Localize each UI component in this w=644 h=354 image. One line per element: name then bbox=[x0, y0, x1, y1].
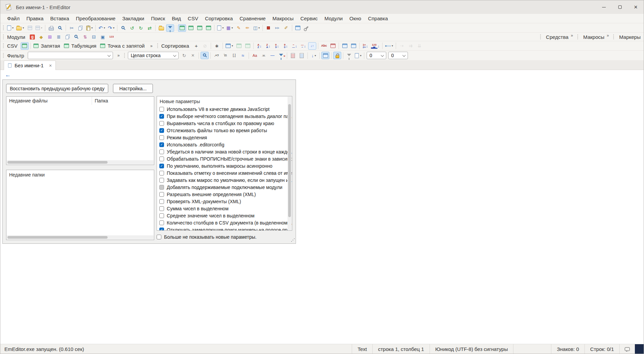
option-label[interactable]: По умолчанию, выполнять макросы асинхрон… bbox=[167, 163, 272, 169]
save-all-icon[interactable]: ▾ bbox=[34, 24, 43, 32]
feedback-segment[interactable] bbox=[619, 344, 635, 354]
paste-column-icon[interactable]: ⇊ bbox=[415, 42, 423, 50]
markers-toolbar-button[interactable]: Маркеры bbox=[616, 33, 644, 41]
workspace-icon[interactable]: ▾ bbox=[216, 24, 225, 32]
close-icon[interactable]: × bbox=[628, 0, 644, 14]
column-headers-dropdown-icon[interactable]: ▾ bbox=[392, 44, 393, 47]
menu-view[interactable]: Вид bbox=[168, 15, 184, 22]
option-checkbox[interactable] bbox=[159, 178, 164, 183]
option-checkbox[interactable]: ✓ bbox=[159, 164, 164, 168]
number-combo-1-chevron-icon[interactable] bbox=[381, 53, 384, 57]
option-label[interactable]: Отслеживать файлы только во время работы bbox=[167, 128, 267, 133]
toolbar-gripper[interactable] bbox=[577, 34, 578, 40]
menu-bookmarks[interactable]: Закладки bbox=[119, 15, 147, 22]
option-checkbox[interactable] bbox=[159, 149, 164, 154]
select-column-dropdown-icon[interactable]: ▾ bbox=[232, 44, 233, 47]
module-calc-icon[interactable]: 123 bbox=[108, 33, 116, 41]
marker-2-icon[interactable]: ✏ bbox=[244, 24, 252, 32]
restore-workspace-button[interactable]: Восстановить предыдущую рабочую среду bbox=[6, 84, 108, 93]
tab-close-icon[interactable]: × bbox=[49, 63, 52, 68]
properties-icon[interactable] bbox=[294, 24, 302, 32]
recent-folders-list[interactable]: Недавние папки bbox=[6, 170, 154, 240]
match-mode-combo[interactable]: Целая строка bbox=[128, 52, 179, 59]
numbering-icon[interactable]: 1=2=↓ bbox=[361, 42, 369, 50]
toolbar-gripper[interactable] bbox=[3, 34, 4, 40]
paste-icon[interactable]: ▾ bbox=[85, 24, 94, 32]
sort-az-icon[interactable]: AZ↓ bbox=[255, 42, 263, 50]
option-label[interactable]: Задавать как макрос по умолчанию, если о… bbox=[167, 178, 292, 183]
filter-table-icon[interactable] bbox=[321, 52, 329, 59]
minimize-icon[interactable] bbox=[596, 0, 612, 14]
select-column-icon[interactable]: ▾ bbox=[225, 42, 234, 50]
option-label[interactable]: При выборе нечёткого совпадения вызывать… bbox=[167, 114, 292, 119]
negative-filter-icon[interactable]: — bbox=[268, 52, 276, 59]
sort-add-icon[interactable]: + bbox=[192, 42, 200, 50]
csv-tab-button[interactable]: Табуляция bbox=[63, 42, 98, 50]
toolbar-gripper[interactable] bbox=[124, 53, 125, 58]
module-grid-icon[interactable]: ⊞ bbox=[46, 33, 54, 41]
status-doc-type[interactable]: Text bbox=[352, 344, 372, 354]
filter-icon[interactable] bbox=[166, 24, 174, 32]
refresh-filter-icon[interactable]: ↻ bbox=[180, 52, 188, 59]
redo-dropdown-icon[interactable]: ▾ bbox=[113, 26, 114, 29]
option-checkbox[interactable] bbox=[159, 135, 164, 140]
menu-compare[interactable]: Сравнение bbox=[236, 15, 269, 22]
filter-overflow-icon[interactable]: » bbox=[114, 52, 122, 59]
vertical-scrollbar[interactable] bbox=[288, 97, 292, 230]
settings-button[interactable]: Настройка... bbox=[113, 84, 153, 93]
extract-options-icon[interactable]: ▾ bbox=[354, 52, 362, 59]
toolbar-gripper[interactable] bbox=[613, 34, 614, 40]
scrollbar-thumb[interactable] bbox=[7, 236, 108, 239]
tsv-mode-icon[interactable] bbox=[196, 24, 204, 32]
toolbar-gripper[interactable] bbox=[540, 34, 541, 40]
option-checkbox[interactable] bbox=[159, 206, 164, 211]
open-file-icon[interactable]: ▾ bbox=[15, 24, 25, 32]
redo-icon[interactable]: ↷▾ bbox=[107, 24, 116, 32]
scrollbar-thumb[interactable] bbox=[288, 104, 291, 217]
option-checkbox[interactable] bbox=[159, 213, 164, 218]
remove-filter-icon[interactable]: × bbox=[277, 52, 285, 59]
open-file-dropdown-icon[interactable]: ▾ bbox=[23, 26, 24, 29]
print-preview-icon[interactable] bbox=[56, 24, 64, 32]
maximize-icon[interactable] bbox=[612, 0, 628, 14]
fuzzy-match-icon[interactable]: ≈ bbox=[239, 52, 247, 59]
module-lines-icon[interactable]: ≣ bbox=[55, 33, 63, 41]
sort-descending-icon[interactable]: 90↓ bbox=[282, 42, 290, 50]
clear-filter-icon[interactable]: ✕ bbox=[189, 52, 197, 59]
number-combo-1[interactable]: 0 bbox=[367, 52, 386, 59]
run-macro-icon[interactable]: ▶▶ bbox=[273, 24, 281, 32]
status-char-count[interactable]: Знаков: 0 bbox=[551, 344, 584, 354]
menu-convert[interactable]: Преобразование bbox=[72, 15, 119, 22]
scrollbar-thumb[interactable] bbox=[7, 161, 108, 164]
menu-window[interactable]: Окно bbox=[346, 15, 365, 22]
option-checkbox[interactable] bbox=[159, 192, 164, 197]
split-window-dropdown-icon[interactable]: ▾ bbox=[258, 26, 260, 29]
option-label[interactable]: Использовать V8 в качестве движка JavaSc… bbox=[167, 107, 270, 112]
back-arrow-icon[interactable]: ← bbox=[5, 72, 11, 78]
option-label[interactable]: Количество столбцов в CSV документа (в в… bbox=[167, 220, 292, 226]
menu-csv[interactable]: CSV bbox=[184, 15, 202, 22]
option-checkbox[interactable]: ✓ bbox=[159, 128, 164, 133]
option-label[interactable]: Среднее значение чисел в выделенном bbox=[167, 213, 254, 218]
module-sort-icon[interactable]: ⇅ bbox=[81, 33, 89, 41]
status-cursor-position[interactable]: строка 1, столбец 1 bbox=[372, 344, 430, 354]
char-class-icon[interactable]: [.] bbox=[230, 52, 238, 59]
option-checkbox[interactable]: ✓ bbox=[159, 114, 164, 119]
sort-toggle-icon[interactable]: ↓↑ bbox=[308, 42, 316, 50]
save-icon[interactable] bbox=[26, 24, 34, 32]
unmatched-lines-icon[interactable] bbox=[298, 52, 306, 59]
split-window-icon[interactable]: ◫▾ bbox=[252, 24, 261, 32]
horizontal-scrollbar[interactable] bbox=[7, 160, 154, 164]
number-combo-2-chevron-icon[interactable] bbox=[402, 53, 406, 57]
csv-mode-icon[interactable] bbox=[187, 24, 195, 32]
replace-icon[interactable]: ↺ bbox=[128, 24, 136, 32]
module-window-icon[interactable]: ▣ bbox=[99, 33, 107, 41]
compare-dropdown-icon[interactable]: ▾ bbox=[232, 26, 233, 29]
sort-longest-icon[interactable]: —−↓ bbox=[299, 42, 307, 50]
filter-input-chevron-icon[interactable] bbox=[108, 53, 111, 57]
option-label[interactable]: Показывать отметку о внесении изменений … bbox=[167, 170, 292, 176]
paste-dropdown-icon[interactable]: ▾ bbox=[91, 26, 93, 29]
filter-direction-icon[interactable]: ↓▾ bbox=[309, 52, 318, 59]
regex-icon[interactable]: .+? bbox=[212, 52, 221, 59]
csv-overflow-icon[interactable]: » bbox=[147, 42, 156, 50]
